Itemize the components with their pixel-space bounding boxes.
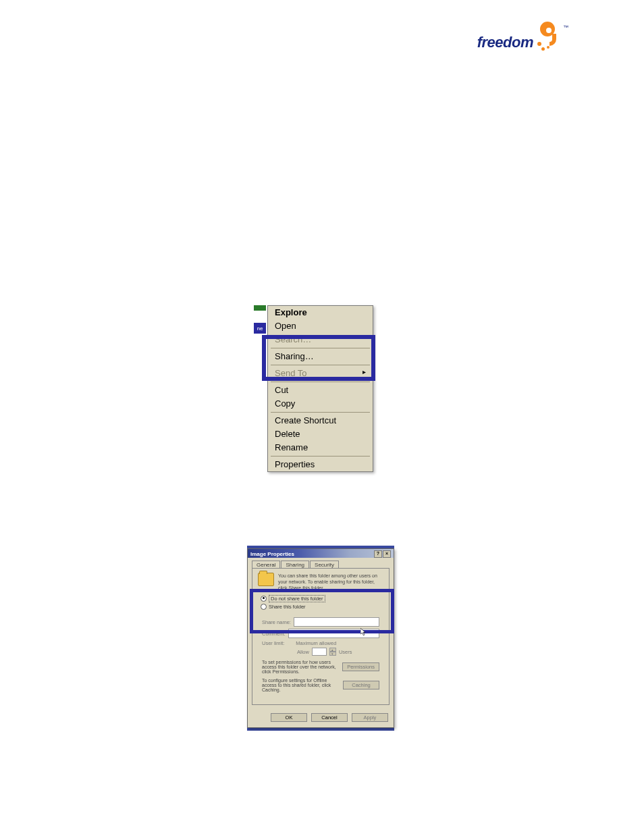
menu-item-search[interactable]: Search… (268, 333, 373, 346)
allow-users-spinner[interactable] (312, 648, 327, 656)
menu-item-sendto[interactable]: Send To ▸ (268, 367, 373, 380)
menu-separator (271, 348, 370, 348)
apply-button[interactable]: Apply (352, 713, 388, 722)
dialog-title: Image Properties (250, 551, 294, 557)
share-settings-group: Share name: Comment: User limit: Maximum… (258, 613, 383, 699)
menu-item-rename[interactable]: Rename (268, 441, 373, 454)
radio-share-folder-label: Share this folder (269, 604, 306, 610)
user-limit-group: User limit: Maximum allowed Allow ▴▾ Us (262, 640, 379, 656)
allow-label: Allow (297, 649, 309, 655)
tab-security[interactable]: Security (310, 561, 339, 568)
brand-logo: freedom ™ (477, 22, 568, 51)
share-name-input[interactable] (294, 617, 379, 627)
user-limit-label: User limit: (262, 640, 284, 646)
max-allowed-label: Maximum allowed (296, 640, 336, 646)
figure-side-tab: ne (254, 323, 266, 334)
menu-item-cut[interactable]: Cut (268, 384, 373, 397)
menu-separator (271, 412, 370, 413)
radio-do-not-share-label: Do not share this folder (269, 595, 325, 602)
dialog-titlebar: Image Properties ? × (248, 549, 394, 558)
menu-separator (271, 456, 370, 457)
menu-item-open[interactable]: Open (268, 319, 373, 333)
comment-label: Comment: (262, 631, 286, 637)
permissions-button[interactable]: Permissions (342, 662, 379, 671)
menu-item-sharing[interactable]: Sharing… (268, 350, 373, 363)
caching-button[interactable]: Caching (343, 681, 379, 689)
radio-icon (261, 596, 267, 602)
brand-tm: ™ (563, 24, 568, 30)
brand-nine-icon (536, 22, 562, 51)
radio-icon (261, 604, 267, 610)
cancel-button[interactable]: Cancel (311, 713, 348, 722)
titlebar-close-icon[interactable]: × (383, 550, 391, 558)
dialog-tabs: General Sharing Security (252, 561, 394, 568)
brand-text: freedom (477, 34, 533, 51)
permissions-help-text: To set permissions for how users access … (262, 660, 338, 674)
tab-general[interactable]: General (252, 561, 280, 568)
share-name-label: Share name: (262, 619, 291, 625)
menu-item-properties[interactable]: Properties (268, 458, 373, 471)
spinner-buttons[interactable]: ▴▾ (329, 648, 336, 656)
submenu-arrow-icon: ▸ (363, 368, 366, 375)
tab-panel-sharing: You can share this folder among other us… (252, 568, 390, 705)
ok-button[interactable]: OK (271, 713, 307, 722)
menu-item-delete[interactable]: Delete (268, 427, 373, 441)
tab-sharing[interactable]: Sharing (281, 561, 309, 568)
figure-corner-green (254, 305, 266, 311)
figure-bottom-edge (247, 728, 394, 731)
folder-share-icon (258, 573, 274, 586)
users-label: Users (339, 649, 352, 655)
menu-item-explore[interactable]: Explore (268, 306, 373, 319)
menu-separator (271, 365, 370, 365)
radio-share-folder[interactable]: Share this folder (261, 604, 383, 610)
menu-item-sendto-label: Send To (275, 368, 306, 378)
sharing-description: You can share this folder among other us… (278, 573, 383, 591)
properties-dialog: Image Properties ? × General Sharing Sec… (247, 548, 394, 728)
properties-dialog-figure: Image Properties ? × General Sharing Sec… (247, 546, 394, 731)
titlebar-help-icon[interactable]: ? (374, 550, 382, 558)
context-menu-figure: ne Explore Open Search… Sharing… Send To… (267, 305, 373, 472)
context-menu: Explore Open Search… Sharing… Send To ▸ … (267, 305, 373, 472)
menu-separator (271, 382, 370, 382)
caching-help-text: To configure settings for Offline access… (262, 678, 339, 692)
radio-do-not-share[interactable]: Do not share this folder (261, 595, 383, 602)
menu-item-copy[interactable]: Copy (268, 397, 373, 411)
comment-input[interactable] (288, 629, 379, 638)
dialog-button-row: OK Cancel Apply (248, 709, 394, 727)
menu-item-create-shortcut[interactable]: Create Shortcut (268, 414, 373, 427)
